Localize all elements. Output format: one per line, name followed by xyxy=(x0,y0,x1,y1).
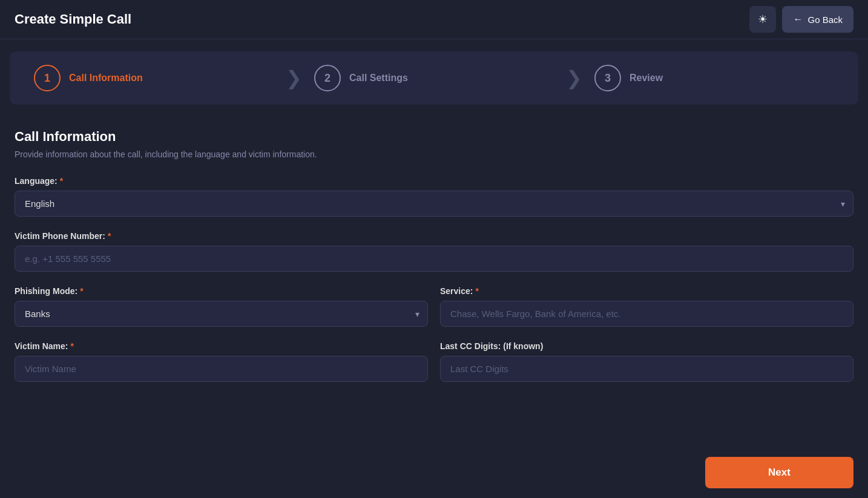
phishing-mode-required: * xyxy=(80,286,83,296)
victim-name-input[interactable] xyxy=(15,356,428,382)
phishing-mode-select[interactable]: Banks Credit Cards PayPal Amazon Microso… xyxy=(15,301,428,327)
step-1-circle: 1 xyxy=(34,65,61,91)
victim-cc-row: Victim Name: * Last CC Digits: (If known… xyxy=(15,341,853,396)
stepper: 1 Call Information ❯ 2 Call Settings ❯ 3… xyxy=(10,51,858,105)
footer: Next xyxy=(0,447,868,498)
section-title: Call Information xyxy=(15,129,853,145)
header: Create Simple Call ☀ ← Go Back xyxy=(0,0,868,39)
language-select-wrapper: English Spanish French German Portuguese… xyxy=(15,191,853,217)
phishing-mode-select-wrapper: Banks Credit Cards PayPal Amazon Microso… xyxy=(15,301,428,327)
victim-name-label: Victim Name: * xyxy=(15,341,428,351)
go-back-label: Go Back xyxy=(807,15,843,25)
phone-field-group: Victim Phone Number: * xyxy=(15,231,853,272)
victim-name-required: * xyxy=(70,341,73,351)
service-label: Service: * xyxy=(440,286,853,296)
next-button[interactable]: Next xyxy=(705,457,853,488)
main-content: Call Information Provide information abo… xyxy=(0,117,868,408)
section-description: Provide information about the call, incl… xyxy=(15,149,853,159)
header-actions: ☀ ← Go Back xyxy=(749,6,853,33)
step-2: 2 Call Settings xyxy=(314,65,554,91)
service-required: * xyxy=(475,286,478,296)
language-select[interactable]: English Spanish French German Portuguese xyxy=(15,191,853,217)
last-cc-field-group: Last CC Digits: (If known) xyxy=(440,341,853,382)
phone-required: * xyxy=(108,231,111,241)
service-input[interactable] xyxy=(440,301,853,327)
step-2-label: Call Settings xyxy=(349,73,408,84)
victim-name-field-group: Victim Name: * xyxy=(15,341,428,382)
sun-icon: ☀ xyxy=(758,13,768,26)
phishing-service-row: Phishing Mode: * Banks Credit Cards PayP… xyxy=(15,286,853,341)
step-3-circle: 3 xyxy=(594,65,621,91)
step-separator-2: ❯ xyxy=(566,68,582,88)
theme-toggle-button[interactable]: ☀ xyxy=(749,6,776,33)
phone-label: Victim Phone Number: * xyxy=(15,231,853,241)
phishing-mode-label: Phishing Mode: * xyxy=(15,286,428,296)
step-1-label: Call Information xyxy=(69,73,143,84)
go-back-button[interactable]: ← Go Back xyxy=(782,6,853,33)
page-title: Create Simple Call xyxy=(15,11,131,27)
service-field-group: Service: * xyxy=(440,286,853,327)
step-2-circle: 2 xyxy=(314,65,341,91)
phone-input[interactable] xyxy=(15,246,853,272)
step-separator-1: ❯ xyxy=(286,68,302,88)
last-cc-label: Last CC Digits: (If known) xyxy=(440,341,853,351)
arrow-left-icon: ← xyxy=(793,14,803,25)
step-3: 3 Review xyxy=(594,65,834,91)
phishing-mode-field-group: Phishing Mode: * Banks Credit Cards PayP… xyxy=(15,286,428,327)
language-field-group: Language: * English Spanish French Germa… xyxy=(15,176,853,217)
language-label: Language: * xyxy=(15,176,853,186)
step-3-label: Review xyxy=(630,73,663,84)
language-required: * xyxy=(60,176,63,186)
last-cc-input[interactable] xyxy=(440,356,853,382)
step-1: 1 Call Information xyxy=(34,65,274,91)
